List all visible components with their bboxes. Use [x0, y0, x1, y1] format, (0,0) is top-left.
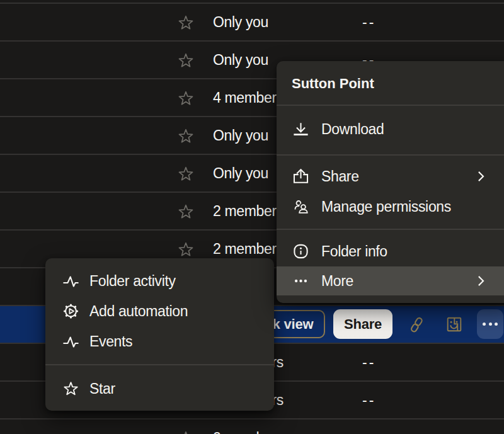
copy-link-icon[interactable]	[408, 316, 425, 334]
menu-item-label: Manage permissions	[321, 191, 451, 222]
menu-divider	[45, 364, 274, 365]
share-icon	[293, 169, 309, 185]
ellipsis-icon	[483, 323, 498, 326]
row-access: 2 members	[213, 193, 284, 229]
people-icon	[293, 199, 309, 215]
star-icon[interactable]	[178, 166, 194, 182]
row-access: Only you	[213, 42, 268, 78]
row-access: Only you	[213, 117, 268, 154]
star-icon	[63, 381, 79, 397]
row-access: Only you	[213, 4, 268, 40]
row-access: 4 members	[213, 79, 284, 116]
menu-item-label: Events	[89, 326, 132, 357]
star-icon[interactable]	[178, 128, 194, 144]
row-activity: --	[362, 382, 375, 418]
chevron-right-icon	[473, 169, 488, 184]
menu-item-label: Download	[321, 114, 384, 144]
menu-item-events[interactable]: Events	[45, 326, 274, 357]
menu-item-label: Share	[321, 161, 359, 191]
row-activity: --	[362, 344, 375, 380]
menu-item-folder-info[interactable]: Folder info	[277, 236, 504, 266]
star-icon[interactable]	[178, 430, 194, 434]
row-more-button[interactable]	[477, 309, 503, 339]
menu-item-add-automation[interactable]: Add automation	[45, 296, 274, 326]
menu-item-download[interactable]: Download	[277, 114, 504, 144]
menu-item-label: Folder info	[321, 236, 387, 266]
pulse-icon	[63, 334, 79, 350]
ellipsis-dots-icon	[293, 273, 309, 289]
menu-item-label: Star	[89, 374, 115, 404]
menu-item-star[interactable]: Star	[45, 374, 274, 404]
menu-item-label: Add automation	[89, 296, 188, 326]
menu-divider	[277, 105, 504, 106]
table-row[interactable]: Only you --	[0, 3, 504, 40]
row-access: Only you	[213, 155, 268, 191]
star-icon[interactable]	[178, 241, 194, 258]
table-row[interactable]: 2 members	[0, 418, 504, 434]
menu-item-label: More	[321, 266, 353, 295]
share-label: Share	[344, 316, 382, 333]
context-menu: Sutton Point Download Share	[277, 61, 504, 303]
star-icon[interactable]	[178, 90, 194, 106]
star-icon[interactable]	[178, 203, 194, 220]
menu-item-folder-activity[interactable]: Folder activity	[45, 266, 274, 296]
star-icon[interactable]	[178, 14, 194, 31]
chevron-right-icon	[473, 273, 488, 288]
menu-divider	[277, 229, 504, 230]
download-icon	[293, 122, 309, 137]
menu-divider	[277, 154, 504, 156]
share-button[interactable]: Share	[333, 309, 392, 339]
info-circle-icon	[293, 244, 309, 260]
row-activity: --	[362, 4, 375, 40]
face-square-icon[interactable]	[447, 317, 462, 332]
pulse-icon	[63, 273, 79, 289]
menu-item-more[interactable]: More	[277, 266, 504, 295]
menu-item-manage-permissions[interactable]: Manage permissions	[277, 191, 504, 222]
menu-item-label: Folder activity	[89, 266, 176, 296]
row-access: 2 members	[213, 420, 284, 434]
context-menu-title: Sutton Point	[292, 74, 374, 94]
star-icon[interactable]	[178, 52, 194, 69]
gear-play-icon	[63, 304, 79, 319]
more-submenu: Folder activity Add automation Events	[45, 258, 274, 411]
menu-item-share[interactable]: Share	[277, 161, 504, 191]
